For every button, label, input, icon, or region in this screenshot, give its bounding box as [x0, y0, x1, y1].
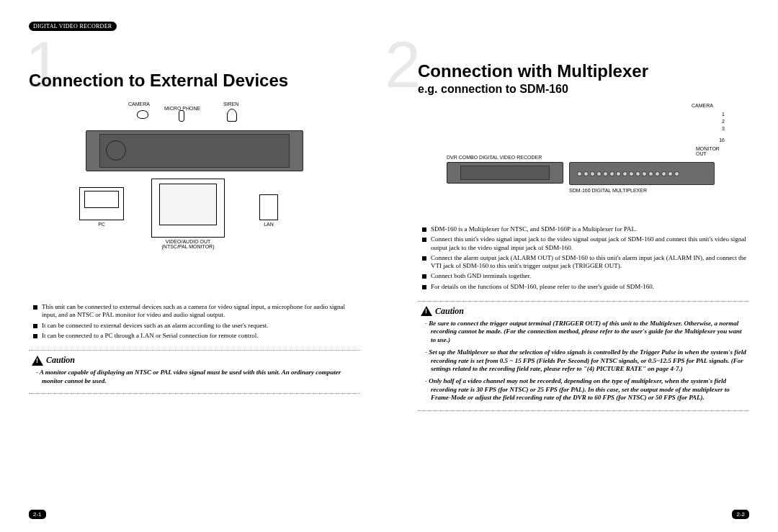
label-cam2: 2 — [722, 119, 725, 124]
section1-bullets: This unit can be connected to external d… — [29, 303, 360, 340]
fan-icon — [106, 140, 126, 161]
lan-device: LAN — [259, 194, 278, 227]
bullet-text: It can be connected to a PC through a LA… — [42, 332, 258, 340]
bullet-text: For details on the functions of SDM-160,… — [431, 283, 654, 291]
caution-item: - Be sure to connect the trigger output … — [431, 320, 746, 345]
caution-item: - Set up the Multiplexer so that the sel… — [431, 348, 746, 374]
list-item: Connect the alarm output jack (ALARM OUT… — [422, 254, 749, 271]
label-cam3: 3 — [722, 126, 725, 131]
bullet-text: SDM-160 is a Multiplexer for NTSC, and S… — [431, 225, 637, 233]
lan-icon — [259, 194, 278, 220]
label-pc: PC — [79, 222, 124, 227]
list-item: This unit can be connected to external d… — [33, 303, 360, 320]
bullet-text: Connect this unit's video signal input j… — [431, 235, 749, 252]
list-item: It can be connected to a PC through a LA… — [33, 332, 360, 340]
diagram-external-devices: CAMERA MICRO PHONE SIREN PC — [29, 102, 360, 296]
bullet-icon — [422, 274, 426, 279]
section2-caution: Caution - Be sure to connect the trigger… — [418, 301, 749, 411]
label-mux: SDM-160 DIGITAL MULTIPLEXER — [569, 188, 647, 193]
warning-icon — [421, 306, 432, 316]
section2-subtitle: e.g. connection to SDM-160 — [418, 83, 749, 96]
bullet-icon — [33, 305, 37, 310]
camera-icon — [137, 110, 148, 119]
section-number-2: 2 — [385, 32, 421, 97]
siren-icon — [227, 109, 237, 122]
caution-heading: Caution — [421, 306, 746, 317]
microphone-icon — [179, 110, 184, 122]
bullet-icon — [422, 238, 426, 242]
list-item: For details on the functions of SDM-160,… — [422, 283, 749, 291]
page-number-right: 2-2 — [732, 510, 749, 519]
bullet-text: Connect both GND terminals together. — [431, 272, 531, 280]
list-item: Connect this unit's video signal input j… — [422, 235, 749, 252]
multiplexer-unit — [569, 162, 715, 185]
label-cam1: 1 — [722, 112, 725, 117]
label-dvr: DVR COMBO DIGITAL VIDEO RECODER — [447, 155, 542, 160]
bullet-icon — [33, 334, 37, 338]
caution-item: - Only half of a video channel may not b… — [431, 377, 746, 402]
bullet-text: Connect the alarm output jack (ALARM OUT… — [431, 254, 749, 271]
bullet-text: It can be connected to external devices … — [42, 322, 269, 330]
caution-title: Caution — [435, 306, 464, 317]
warning-icon — [32, 356, 43, 366]
label-camera-r: CAMERA — [692, 103, 713, 108]
caution-title: Caution — [46, 355, 75, 366]
right-page: 2 Connection with Multiplexer e.g. conne… — [389, 0, 778, 532]
label-monitor-out: MONITOR OUT — [696, 146, 728, 156]
label-siren: SIREN — [223, 102, 238, 107]
monitor-device: VIDEO/AUDIO OUT (NTSC/PAL MONITOR) — [151, 179, 225, 249]
caution-body: - A monitor capable of displaying an NTS… — [32, 369, 357, 385]
list-item: SDM-160 is a Multiplexer for NTSC, and S… — [422, 225, 749, 233]
monitor-icon — [151, 179, 225, 238]
label-camera: CAMERA — [128, 102, 150, 107]
label-lan: LAN — [259, 222, 278, 227]
section1-title: Connection to External Devices — [29, 71, 360, 91]
jack-icon — [577, 171, 582, 176]
bullet-icon — [33, 324, 37, 328]
label-ntsc-pal: (NTSC/PAL MONITOR) — [151, 244, 225, 249]
label-cam16: 16 — [719, 137, 725, 143]
bullet-icon — [422, 256, 426, 261]
dvr-unit-small — [447, 162, 563, 184]
label-video-audio: VIDEO/AUDIO OUT — [151, 239, 225, 244]
list-item: Connect both GND terminals together. — [422, 272, 749, 280]
page-number-left: 2-1 — [29, 510, 46, 519]
list-item: It can be connected to external devices … — [33, 322, 360, 330]
diagram-multiplexer: CAMERA 1 2 3 16 MONITOR OUT DVR COMBO DI… — [447, 103, 720, 218]
bullet-icon — [422, 285, 426, 289]
left-page: DIGITAL VIDEO RECORDER 1 Connection to E… — [0, 0, 389, 532]
caution-body: - Be sure to connect the trigger output … — [421, 320, 746, 402]
dvr-unit — [86, 130, 303, 171]
section1-caution: Caution - A monitor capable of displayin… — [29, 350, 360, 394]
bullet-icon — [422, 227, 426, 232]
bullet-text: This unit can be connected to external d… — [42, 303, 360, 320]
section2-bullets: SDM-160 is a Multiplexer for NTSC, and S… — [418, 225, 749, 291]
section2-title: Connection with Multiplexer — [418, 61, 749, 81]
caution-heading: Caution — [32, 355, 357, 366]
caution-item: - A monitor capable of displaying an NTS… — [42, 369, 357, 385]
pc-device: PC — [79, 187, 124, 227]
manual-spread: DIGITAL VIDEO RECORDER 1 Connection to E… — [0, 0, 778, 532]
pc-icon — [79, 187, 124, 220]
